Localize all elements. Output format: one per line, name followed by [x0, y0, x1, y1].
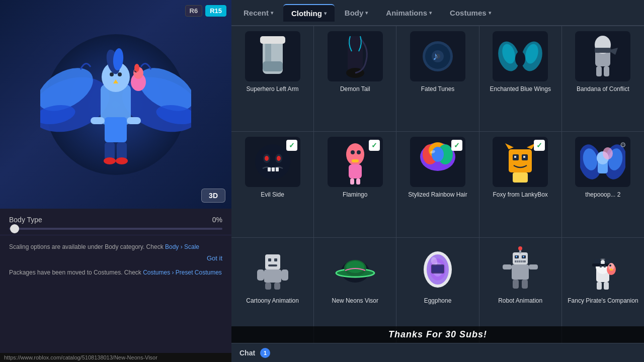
right-panel: Recent ▾ Clothing ▾ Body ▾ Animations ▾ …	[231, 0, 644, 362]
overlay-text: Thanks For 30 Subs!	[231, 326, 644, 343]
body-type-percent: 0%	[212, 216, 222, 224]
slider-thumb[interactable]	[10, 224, 19, 233]
svg-rect-56	[352, 159, 359, 162]
3d-button[interactable]: 3D	[201, 189, 225, 203]
svg-rect-22	[91, 117, 105, 124]
info-section: Scaling options are available under Body…	[0, 235, 231, 284]
svg-point-133	[609, 264, 611, 266]
thumb-robot	[493, 243, 548, 293]
svg-rect-19	[117, 142, 127, 160]
svg-point-16	[134, 64, 139, 72]
costumes-arrow: ▾	[489, 10, 491, 16]
item-name-enchanted-blue-wings: Enchanted Blue Wings	[490, 85, 550, 94]
svg-rect-74	[513, 172, 528, 183]
svg-rect-23	[127, 117, 141, 124]
svg-point-21	[116, 157, 128, 164]
svg-point-65	[432, 147, 444, 162]
item-name-bandana-of-conflict: Bandana of Conflict	[577, 85, 629, 94]
svg-rect-113	[516, 260, 517, 262]
svg-rect-115	[520, 260, 521, 262]
check-flamingo: ✓	[369, 140, 380, 151]
svg-rect-104	[512, 264, 529, 280]
svg-rect-127	[600, 265, 602, 267]
thumb-enchanted-blue-wings	[493, 31, 548, 81]
item-evil-side[interactable]: ✓ Evil Side	[231, 132, 313, 237]
tab-animations[interactable]: Animations ▾	[378, 5, 440, 21]
svg-rect-82	[265, 254, 280, 269]
preset-costumes-link[interactable]: Costumes › Preset Costumes	[143, 269, 222, 276]
svg-rect-51	[268, 167, 271, 171]
item-demon-tail[interactable]: Demon Tail	[314, 26, 396, 131]
thumb-evil-side: ✓	[245, 137, 300, 187]
svg-rect-87	[274, 283, 280, 290]
svg-rect-18	[105, 142, 115, 160]
item-name-eggphone: Eggphone	[424, 297, 452, 305]
check-rainbow-hair: ✓	[451, 140, 462, 151]
svg-point-50	[277, 156, 281, 161]
url-bar: https://www.roblox.com/catalog/510813801…	[0, 353, 231, 362]
svg-rect-67	[509, 149, 532, 172]
svg-rect-90	[268, 264, 277, 266]
item-name-pirate: Fancy Pirate's Companion	[568, 297, 638, 305]
svg-rect-44	[596, 66, 602, 76]
thumb-foxy: ✓	[493, 137, 548, 187]
svg-rect-17	[105, 117, 127, 142]
tab-costumes[interactable]: Costumes ▾	[442, 5, 499, 21]
tab-body[interactable]: Body ▾	[337, 5, 376, 21]
catalog-grid: Superhero Left Arm Demon Tail	[231, 26, 644, 343]
thumb-thepooop: ⚙	[575, 137, 630, 187]
svg-rect-120	[522, 280, 528, 289]
svg-rect-130	[604, 282, 609, 290]
svg-rect-28	[348, 36, 363, 71]
svg-rect-84	[257, 269, 264, 281]
tab-recent[interactable]: Recent ▾	[235, 5, 281, 21]
item-name-foxy: Foxy from LankyBox	[493, 191, 548, 199]
svg-marker-72	[505, 143, 514, 149]
svg-rect-129	[597, 282, 602, 290]
thumb-flamingo: ✓	[328, 137, 383, 187]
r15-badge[interactable]: R15	[205, 5, 226, 17]
body-scale-link[interactable]: Body › Scale	[165, 243, 199, 250]
item-name-new-neons: New Neons Visor	[332, 297, 378, 305]
item-superhero-left-arm[interactable]: Superhero Left Arm	[231, 26, 313, 131]
item-fated-tunes[interactable]: ♪ Fated Tunes	[396, 26, 478, 131]
item-thepooop[interactable]: ⚙ thepooop... 2	[562, 132, 644, 237]
item-foxy-from-lankybox[interactable]: ✓ Foxy from Lan	[479, 132, 561, 237]
body-type-section: Body Type 0%	[0, 209, 231, 235]
chat-bar[interactable]: Chat 1	[231, 343, 644, 362]
svg-point-58	[357, 150, 361, 154]
svg-point-11	[118, 72, 122, 76]
svg-rect-103	[432, 265, 443, 273]
item-name-cartoony: Cartoony Animation	[246, 297, 299, 305]
chat-label: Chat	[239, 349, 255, 357]
item-name-fated-tunes: Fated Tunes	[421, 85, 455, 94]
svg-rect-86	[265, 283, 271, 290]
svg-rect-26	[263, 61, 283, 71]
settings-icon-thepooop[interactable]: ⚙	[620, 141, 626, 149]
svg-point-20	[104, 157, 116, 164]
body-type-label: Body Type	[9, 216, 42, 224]
item-enchanted-blue-wings[interactable]: Enchanted Blue Wings	[479, 26, 561, 131]
svg-rect-60	[356, 178, 360, 185]
recent-arrow: ▾	[271, 10, 273, 16]
svg-rect-45	[604, 66, 609, 76]
got-it-button[interactable]: Got it	[9, 254, 222, 262]
check-evil-side: ✓	[286, 140, 297, 151]
avatar-figure	[40, 24, 191, 185]
item-name-stylized-rainbow-hair: Stylized Rainbow Hair	[408, 191, 467, 199]
tab-clothing[interactable]: Clothing ▾	[283, 4, 335, 22]
top-badges: R6 R15	[185, 5, 226, 17]
thumb-stylized-rainbow-hair: ✓	[410, 137, 465, 187]
info-text-1: Scaling options are available under Body…	[9, 242, 222, 251]
svg-rect-105	[513, 252, 528, 264]
chat-badge: 1	[260, 348, 270, 358]
info-text-2: Packages have been moved to Costumes. Ch…	[9, 268, 222, 277]
r6-badge[interactable]: R6	[185, 5, 203, 17]
item-flamingo[interactable]: ✓ Flamingo	[314, 132, 396, 237]
thumb-pirate	[575, 243, 630, 293]
body-type-slider[interactable]	[9, 228, 222, 230]
item-bandana-of-conflict[interactable]: Bandana of Conflict	[562, 26, 644, 131]
top-nav: Recent ▾ Clothing ▾ Body ▾ Animations ▾ …	[231, 0, 644, 26]
svg-point-57	[351, 150, 355, 154]
item-stylized-rainbow-hair[interactable]: ✓ Stylized Rainbow Hair	[396, 132, 478, 237]
